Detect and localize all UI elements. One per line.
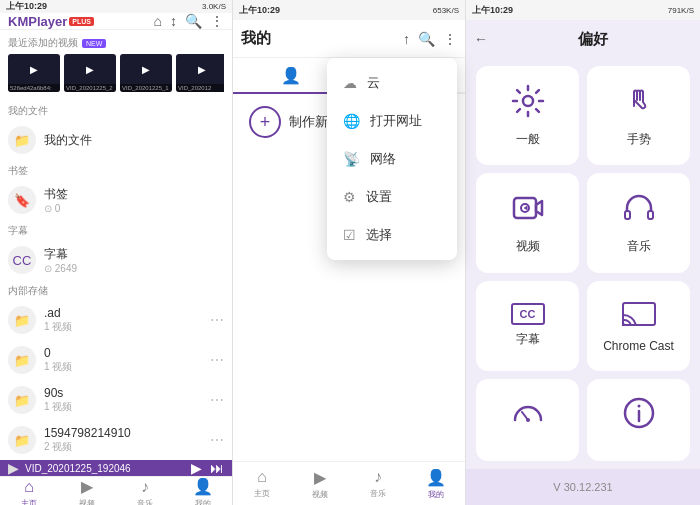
pref-card-info[interactable] [587, 379, 690, 461]
plus-badge: PLUS [69, 17, 94, 26]
pref-card-subtitle[interactable]: CC 字幕 [476, 281, 579, 371]
recent-section: 最近添加的视频 NEW ▶ 526ed42a6b84: ▶ VID_202012… [0, 30, 232, 100]
status-bar-3: 上午10:29 791K/S [466, 0, 700, 20]
thumb-3[interactable]: ▶ VID_20201225_1 [120, 54, 172, 92]
pref-chromecast-label: Chrome Cast [603, 339, 674, 353]
nav-music-2[interactable]: ♪ 音乐 [349, 462, 407, 505]
nav-home-label-1: 主页 [21, 498, 37, 506]
status-icons-1: 3.0K/S [202, 2, 226, 11]
back-btn[interactable]: ← [474, 31, 488, 47]
nav-mine-label-2: 我的 [428, 489, 444, 500]
nav-home-1[interactable]: ⌂ 主页 [0, 477, 58, 505]
storage-item-ad[interactable]: 📁 .ad 1 视频 ⋯ [0, 300, 232, 340]
more-icon-ad[interactable]: ⋯ [210, 312, 224, 328]
storage-sub-ts: 2 视频 [44, 440, 202, 454]
select-icon: ☑ [343, 227, 356, 243]
pref-card-video[interactable]: 视频 [476, 173, 579, 272]
gear-icon [511, 84, 545, 125]
nav-music-1[interactable]: ♪ 音乐 [116, 477, 174, 505]
my-files-icon: 📁 [8, 126, 36, 154]
thumb-label-2: VID_20201225_2 [64, 84, 116, 92]
thumb-label-1: 526ed42a6b84: [8, 84, 60, 92]
recent-label: 最近添加的视频 NEW [8, 36, 224, 50]
my-files-item[interactable]: 📁 我的文件 [0, 120, 232, 160]
dropdown-network[interactable]: 📡 网络 [327, 140, 457, 178]
pref-card-speed[interactable] [476, 379, 579, 461]
sort-icon[interactable]: ↕ [170, 13, 177, 29]
storage-title-90s: 90s [44, 386, 202, 400]
pref-title: 偏好 [494, 30, 692, 49]
pref-gesture-label: 手势 [627, 131, 651, 148]
nav-home-2[interactable]: ⌂ 主页 [233, 462, 291, 505]
search-icon-1[interactable]: 🔍 [185, 13, 202, 29]
dropdown-settings-label: 设置 [366, 188, 392, 206]
storage-item-ts[interactable]: 📁 1594798214910 2 视频 ⋯ [0, 420, 232, 460]
play-btn[interactable]: ▶ [191, 460, 202, 476]
bookmarks-info: 书签 ⊙ 0 [44, 186, 224, 214]
sort-icon-2[interactable]: ↑ [403, 31, 410, 47]
thumb-icon-2: ▶ [64, 54, 116, 84]
storage-item-0[interactable]: 📁 0 1 视频 ⋯ [0, 340, 232, 380]
bookmarks-title: 书签 [44, 186, 224, 203]
storage-sub-0: 1 视频 [44, 360, 202, 374]
folder-icon-ts: 📁 [8, 426, 36, 454]
internal-storage-divider: 内部存储 [0, 280, 232, 300]
thumb-4[interactable]: ▶ VID_202012 [176, 54, 224, 92]
cast-icon [622, 298, 656, 333]
home-nav-icon-1: ⌂ [24, 478, 34, 496]
nav-video-1[interactable]: ▶ 视频 [58, 477, 116, 505]
thumb-icon-4: ▶ [176, 54, 224, 84]
mine-nav-icon-1: 👤 [193, 477, 213, 496]
search-icon-2[interactable]: 🔍 [418, 31, 435, 47]
pref-card-music[interactable]: 音乐 [587, 173, 690, 272]
pref-card-general[interactable]: 一般 [476, 66, 579, 165]
thumb-2[interactable]: ▶ VID_20201225_2 [64, 54, 116, 92]
subtitles-divider: 字幕 [0, 220, 232, 240]
more-icon-0[interactable]: ⋯ [210, 352, 224, 368]
time-1: 上午10:29 [6, 0, 47, 13]
more-icon-ts[interactable]: ⋯ [210, 432, 224, 448]
bottom-player: ▶ VID_20201225_192046 ▶ ⏭ [0, 460, 232, 476]
subtitles-icon: CC [8, 246, 36, 274]
video-icon [511, 191, 545, 232]
storage-title-0: 0 [44, 346, 202, 360]
bookmarks-icon: 🔖 [8, 186, 36, 214]
storage-item-90s[interactable]: 📁 90s 1 视频 ⋯ [0, 380, 232, 420]
storage-info-0: 0 1 视频 [44, 346, 202, 374]
thumb-label-3: VID_20201225_1 [120, 84, 172, 92]
speed-icon [511, 396, 545, 437]
subtitles-item[interactable]: CC 字幕 ⊙ 2649 [0, 240, 232, 280]
my-files-info: 我的文件 [44, 132, 224, 149]
next-btn[interactable]: ⏭ [210, 460, 224, 476]
pref-card-chromecast[interactable]: Chrome Cast [587, 281, 690, 371]
nav-mine-2[interactable]: 👤 我的 [407, 462, 465, 505]
bottom-nav-2: ⌂ 主页 ▶ 视频 ♪ 音乐 👤 我的 [233, 461, 465, 505]
plus-circle-icon: + [249, 106, 281, 138]
mine-title: 我的 [241, 29, 271, 48]
cloud-icon: ☁ [343, 75, 357, 91]
dropdown-cloud[interactable]: ☁ 云 [327, 64, 457, 102]
folder-icon-ad: 📁 [8, 306, 36, 334]
panel-mine: 上午10:29 653K/S 我的 ↑ 🔍 ⋮ 👤 ♡ + 制作新的我的列表 ☁… [233, 0, 466, 505]
thumb-1[interactable]: ▶ 526ed42a6b84: [8, 54, 60, 92]
version-text: V 30.12.231 [553, 481, 612, 493]
nav-video-2[interactable]: ▶ 视频 [291, 462, 349, 505]
more-icon-1[interactable]: ⋮ [210, 13, 224, 29]
pref-card-gesture[interactable]: 手势 [587, 66, 690, 165]
dropdown-settings[interactable]: ⚙ 设置 [327, 178, 457, 216]
folder-icon-90s: 📁 [8, 386, 36, 414]
bookmarks-item[interactable]: 🔖 书签 ⊙ 0 [0, 180, 232, 220]
dropdown-url[interactable]: 🌐 打开网址 [327, 102, 457, 140]
new-badge: NEW [82, 39, 106, 48]
more-icon-90s[interactable]: ⋯ [210, 392, 224, 408]
nav-video-label-1: 视频 [79, 498, 95, 505]
more-icon-2[interactable]: ⋮ [443, 31, 457, 47]
svg-rect-4 [648, 211, 653, 219]
video-nav-icon-2: ▶ [314, 468, 326, 487]
dropdown-select-label: 选择 [366, 226, 392, 244]
dropdown-select[interactable]: ☑ 选择 [327, 216, 457, 254]
home-nav-icon-2: ⌂ [257, 468, 267, 486]
home-icon[interactable]: ⌂ [154, 13, 162, 29]
pref-general-label: 一般 [516, 131, 540, 148]
nav-mine-1[interactable]: 👤 我的 [174, 477, 232, 505]
